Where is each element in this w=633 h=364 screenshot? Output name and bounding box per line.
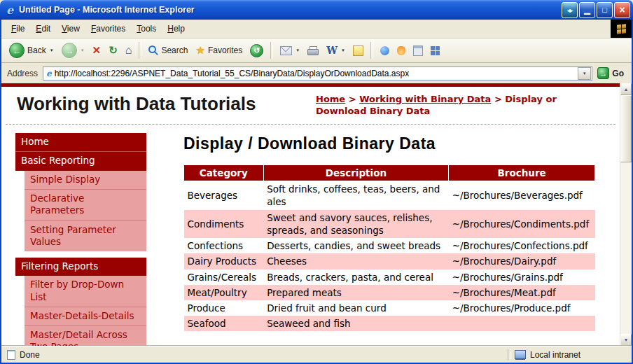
table-row: Condiments Sweet and savory sauces, reli…: [184, 210, 595, 238]
favorites-label: Favorites: [208, 46, 242, 55]
mail-dropdown-icon[interactable]: ▼: [295, 48, 300, 52]
sidebar-item-label: Filtering Reports: [21, 260, 98, 272]
sidebar-item-label: Setting Parameter Values: [30, 224, 116, 247]
cell-brochure: ~/Brochures/Dairy.pdf: [449, 253, 595, 269]
table-header-row: Category Description Brochure: [184, 165, 595, 181]
table-row: Seafood Seaweed and fish: [184, 316, 595, 331]
apps-grid-button[interactable]: [427, 45, 443, 57]
discuss-icon: [353, 46, 363, 56]
sidebar-item[interactable]: Master-Details-Details: [25, 307, 146, 326]
menu-item[interactable]: Help: [162, 20, 190, 38]
toolbar-separator: [370, 42, 373, 59]
back-dropdown-icon[interactable]: ▼: [50, 48, 54, 52]
favorites-star-icon: ★: [195, 44, 204, 57]
favorites-button[interactable]: ★ Favorites: [192, 43, 246, 58]
page-masthead: Working with Data Tutorials > Home > Wor…: [6, 87, 615, 125]
window-body: File Edit View Favorites Tools Help ← B: [0, 20, 633, 364]
sidebar-item[interactable]: Setting Parameter Values: [25, 220, 146, 252]
title-bar[interactable]: e Untitled Page - Microsoft Internet Exp…: [0, 0, 633, 20]
column-header-brochure: Brochure: [449, 165, 595, 181]
sidebar-item[interactable]: Declarative Parameters: [25, 189, 146, 220]
cell-description: Breads, crackers, pasta, and cereal: [263, 270, 449, 285]
breadcrumb-item: > Home: [316, 94, 345, 104]
page-icon: e: [46, 69, 52, 78]
menu-item[interactable]: Tools: [131, 20, 162, 38]
sidebar-item-label: Filter by Drop-Down List: [30, 279, 124, 302]
cell-description: Desserts, candies, and sweet breads: [263, 238, 449, 253]
document-icon: [7, 350, 15, 360]
page-title: Display / Download Binary Data: [183, 134, 595, 153]
print-icon: [307, 46, 319, 55]
maximize-button[interactable]: □: [597, 2, 613, 18]
web-page: Working with Data Tutorials > Home > Wor…: [1, 83, 620, 346]
mail-button[interactable]: ▼: [277, 45, 303, 57]
address-dropdown-button[interactable]: ▼: [578, 67, 591, 80]
sidebar-item-label: Master-Details-Details: [30, 310, 134, 321]
column-header-description: Description: [263, 165, 449, 181]
scrollbar-track[interactable]: [620, 95, 632, 334]
edit-word-button[interactable]: W ▼: [323, 43, 349, 57]
messenger-button[interactable]: [377, 45, 393, 57]
scroll-down-button[interactable]: ▼: [620, 334, 632, 346]
edit-dropdown-icon[interactable]: ▼: [341, 48, 345, 52]
sidebar-item[interactable]: Filter by Drop-Down List: [25, 276, 146, 307]
cell-category: Dairy Products: [184, 253, 264, 269]
messenger-icon: [380, 46, 389, 55]
cell-description: Soft drinks, coffees, teas, beers, and a…: [263, 181, 449, 210]
address-bar: Address e http://localhost:2296/ASPNET_D…: [1, 63, 632, 83]
cell-category: Seafood: [184, 316, 264, 331]
cell-category: Beverages: [184, 181, 264, 210]
zone-text: Local intranet: [530, 350, 580, 360]
home-icon: ⌂: [125, 44, 132, 57]
minimize-button[interactable]: ▁: [579, 2, 595, 18]
home-button[interactable]: ⌂: [122, 43, 136, 58]
forward-icon: →: [62, 43, 77, 58]
vertical-scrollbar[interactable]: ▲ ▼: [620, 83, 632, 346]
sidebar-item[interactable]: Filtering Reports: [15, 258, 146, 276]
back-icon: ←: [9, 43, 25, 58]
back-button[interactable]: ← Back ▼: [6, 41, 57, 59]
toolbar-separator: [270, 42, 273, 59]
cell-brochure: ~/Brochures/Beverages.pdf: [449, 181, 595, 210]
search-label: Search: [161, 46, 188, 55]
forward-button[interactable]: → ▼: [58, 41, 88, 59]
menu-item[interactable]: File: [6, 20, 30, 38]
sidebar-item[interactable]: Simple Display: [25, 171, 146, 189]
cell-description: Sweet and savory sauces, relishes, sprea…: [263, 210, 449, 238]
menu-item[interactable]: Edit: [30, 20, 56, 38]
address-input[interactable]: e http://localhost:2296/ASPNET_Data_Tuto…: [43, 66, 592, 80]
menu-bar: File Edit View Favorites Tools Help: [1, 20, 632, 38]
table-row: Confections Desserts, candies, and sweet…: [184, 238, 595, 253]
sidebar-item-label: Home: [21, 136, 49, 147]
search-button[interactable]: Search: [145, 44, 191, 57]
breadcrumb-separator: >: [494, 94, 505, 104]
forward-dropdown-icon: ▼: [81, 48, 85, 52]
cell-description: Prepared meats: [263, 285, 449, 300]
stop-button[interactable]: ✕: [89, 43, 105, 58]
status-panel: Done: [4, 350, 508, 360]
close-button[interactable]: ×: [614, 2, 630, 18]
sidebar-item[interactable]: Home: [15, 133, 146, 151]
refresh-button[interactable]: ↻: [105, 43, 121, 58]
back-label: Back: [27, 46, 46, 55]
research-button[interactable]: [394, 45, 409, 57]
breadcrumb-label[interactable]: Home: [316, 94, 345, 104]
column-header-category: Category: [184, 165, 264, 181]
print-button[interactable]: [304, 45, 322, 57]
sidebar-item[interactable]: Basic Reporting: [15, 151, 146, 170]
address-url[interactable]: http://localhost:2296/ASPNET_Data_Tutori…: [55, 69, 576, 78]
menu-item[interactable]: View: [56, 20, 85, 38]
calculator-button[interactable]: [410, 44, 426, 57]
cell-category: Grains/Cereals: [184, 270, 264, 285]
breadcrumb-label[interactable]: Working with Binary Data: [359, 94, 491, 104]
menu-item[interactable]: Favorites: [85, 20, 131, 38]
windows-flag-icon: [617, 24, 626, 34]
window-arrows-button[interactable]: ◀▶: [562, 2, 578, 18]
sidebar-item[interactable]: Master/Detail Across Two Pages: [25, 326, 146, 346]
discuss-button[interactable]: [349, 44, 367, 57]
table-row: Beverages Soft drinks, coffees, teas, be…: [184, 181, 595, 210]
history-button[interactable]: ↺: [246, 43, 267, 59]
scrollbar-thumb[interactable]: [620, 95, 632, 162]
go-button[interactable]: → Go: [592, 67, 629, 79]
scroll-up-button[interactable]: ▲: [620, 83, 632, 95]
